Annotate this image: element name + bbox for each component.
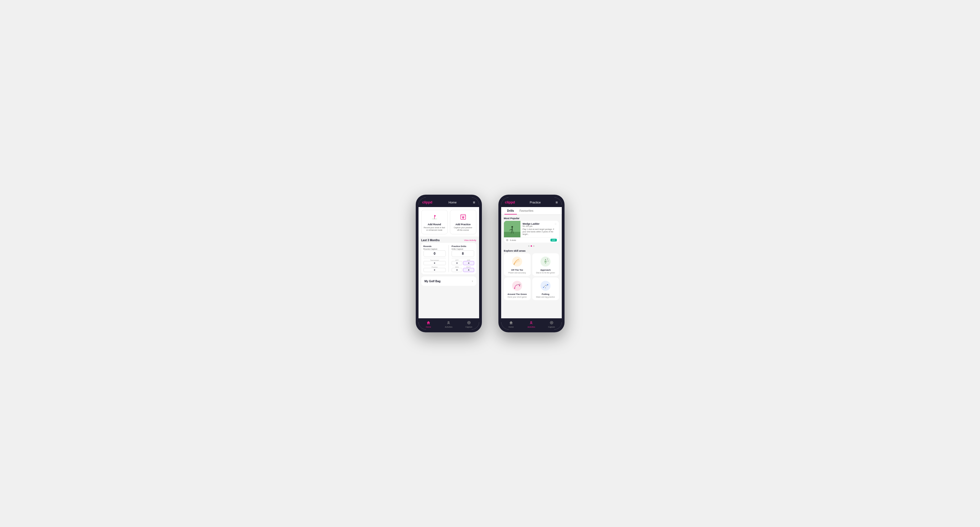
header-title-practice: Practice (530, 201, 541, 204)
shots-info: 9 shots (506, 239, 516, 241)
phone-practice: clippd Practice ≡ Drills Favourites Most… (498, 195, 565, 332)
explore-label: Explore skill areas (501, 248, 562, 253)
dot-1 (528, 245, 530, 247)
ott-value: 0 (452, 261, 462, 265)
arg-value: 0 (452, 268, 462, 272)
tab-drills[interactable]: Drills (504, 207, 517, 214)
nav-home[interactable]: Home (418, 319, 439, 330)
logo-practice: clippd (505, 200, 515, 204)
stats-card: Rounds Rounds Capture 0 Tournament 0 (421, 243, 476, 274)
menu-icon-home[interactable]: ≡ (473, 200, 475, 204)
nav-capture-label: Capture (465, 326, 472, 328)
add-practice-title: Add Practice (455, 223, 471, 226)
nav-activities-p2[interactable]: Activities (521, 319, 541, 330)
svg-rect-7 (504, 232, 520, 237)
tab-favourites[interactable]: Favourites (517, 207, 536, 214)
nav-activities[interactable]: Activities (439, 319, 459, 330)
approach-icon (540, 256, 551, 267)
featured-drill-desc: Play 1 shot at each target yardage. If y… (523, 228, 557, 235)
svg-point-31 (531, 322, 532, 323)
activity-header: Last 3 Months View Activity (418, 237, 479, 243)
around-green-icon (512, 280, 523, 291)
nav-capture-p2[interactable]: Capture (541, 319, 562, 330)
app-group: APP 4 (463, 259, 474, 265)
putting-subtitle: Make and lag practice (536, 296, 555, 298)
svg-point-23 (541, 281, 550, 291)
tabs-bar: Drills Favourites (501, 207, 562, 215)
svg-point-25 (544, 286, 545, 287)
pagination-dots (501, 244, 562, 248)
skill-approach[interactable]: Approach Dial-in to hit the green (532, 253, 559, 276)
nav-activities-label: Activities (445, 326, 453, 328)
rounds-col: Rounds Rounds Capture 0 Tournament 0 (423, 245, 446, 272)
off-tee-title: Off The Tee (511, 269, 523, 271)
drills-title: Practice Drills (452, 245, 474, 248)
stats-row: Rounds Rounds Capture 0 Tournament 0 (423, 245, 474, 272)
svg-point-27 (546, 286, 547, 286)
home-content: Add Round Record your shots in fast or e… (418, 207, 479, 318)
skill-off-the-tee[interactable]: Off The Tee Power and accuracy (504, 253, 531, 276)
svg-point-18 (514, 288, 515, 289)
most-popular-label: Most Popular (501, 215, 562, 221)
my-golf-bag[interactable]: My Golf Bag › (421, 276, 476, 286)
drills-sub-stats-2: ARG 0 PUTT 4 (452, 266, 474, 272)
around-green-title: Around The Green (508, 293, 527, 295)
svg-point-8 (511, 226, 513, 228)
practice-sub-stats: Practice 0 (423, 266, 446, 272)
menu-icon-practice[interactable]: ≡ (555, 200, 558, 204)
nav-home-p2[interactable]: Home (501, 319, 521, 330)
featured-card-inner: Wedge Ladder 50–100 yds ☆ Play 1 shot at… (504, 221, 559, 237)
add-practice-icon (459, 213, 467, 222)
featured-drill-card[interactable]: Wedge Ladder 50–100 yds ☆ Play 1 shot at… (504, 221, 559, 243)
svg-point-16 (548, 261, 549, 262)
featured-drill-yardage: 50–100 yds (523, 225, 540, 227)
dot-3 (533, 245, 535, 247)
tournament-group: Tournament 0 (423, 259, 446, 265)
approach-icon-wrapper (539, 256, 552, 268)
approach-subtitle: Dial-in to hit the green (536, 272, 555, 274)
bottom-nav-practice: Home Activities Capture (501, 318, 562, 330)
svg-point-29 (545, 287, 546, 288)
header-home: clippd Home ≡ (418, 197, 479, 207)
add-round-subtitle: Record your shots in fast or enhanced mo… (424, 226, 445, 231)
svg-point-13 (545, 261, 546, 262)
nav-home-label: Home (426, 326, 431, 328)
capture-nav-icon-p2 (550, 321, 554, 325)
practice-group: Practice 0 (423, 266, 446, 272)
skill-grid: Off The Tee Power and accuracy (501, 253, 562, 302)
add-round-title: Add Round (428, 223, 441, 226)
around-green-icon-wrapper (511, 280, 523, 292)
svg-point-17 (512, 281, 522, 291)
nav-capture[interactable]: Capture (459, 319, 479, 330)
drills-total: 8 (452, 250, 474, 257)
arg-group: ARG 0 (452, 266, 462, 272)
skill-around-green[interactable]: Around The Green Hone your short game (504, 278, 531, 300)
svg-point-26 (545, 285, 546, 286)
rounds-total: 0 (423, 250, 446, 257)
featured-drill-header: Wedge Ladder 50–100 yds ☆ (523, 222, 557, 228)
drills-col: Practice Drills Drills Capture 8 OTT 0 A… (452, 245, 474, 272)
around-green-subtitle: Hone your short game (508, 296, 527, 298)
svg-point-4 (448, 322, 449, 323)
approach-title: Approach (540, 269, 550, 271)
shots-count: 9 shots (510, 239, 516, 241)
home-nav-icon-p2 (509, 321, 513, 325)
view-activity-link[interactable]: View Activity (464, 239, 476, 241)
header-practice: clippd Practice ≡ (501, 197, 562, 207)
favourite-star-icon[interactable]: ☆ (554, 222, 557, 225)
putting-title: Putting (542, 293, 549, 295)
featured-drill-image (504, 221, 520, 237)
bag-title: My Golf Bag (425, 280, 441, 283)
bag-chevron-icon: › (472, 279, 473, 283)
nav-capture-label-p2: Capture (548, 326, 555, 328)
svg-point-9 (512, 257, 522, 267)
skill-putting[interactable]: Putting Make and lag practice (532, 278, 559, 300)
add-round-card[interactable]: Add Round Record your shots in fast or e… (421, 210, 448, 234)
svg-point-24 (543, 287, 544, 288)
svg-point-20 (518, 284, 519, 285)
add-practice-card[interactable]: Add Practice Capture your practice off-t… (450, 210, 476, 234)
putt-group: PUTT 4 (463, 266, 474, 272)
app-badge: APP (550, 239, 557, 241)
svg-point-15 (547, 259, 548, 260)
practice-content: Most Popular (501, 215, 562, 318)
